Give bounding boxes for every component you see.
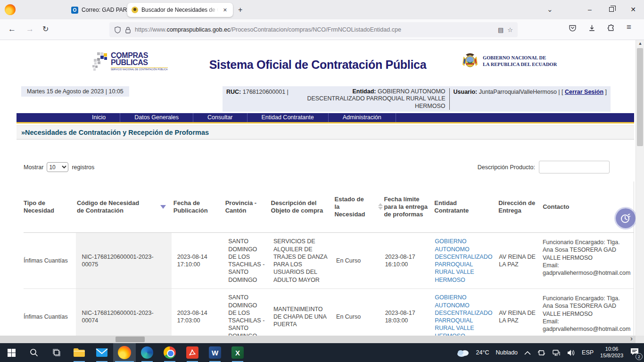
horizontal-scrollbar[interactable]: › (0, 336, 636, 343)
col-fecha-publicacion[interactable]: Fecha de Publicación (173, 199, 225, 215)
records-label: registros (72, 164, 94, 171)
nav-item-datos-generales[interactable]: Datos Generales (120, 113, 193, 122)
reader-view-icon[interactable]: ▤ (498, 26, 504, 33)
firefox-icon (118, 346, 131, 359)
chrome-button[interactable] (158, 343, 181, 362)
window-minimize-button[interactable]: – (579, 0, 601, 19)
records-per-page-select[interactable]: 10 (47, 162, 68, 172)
mail-button[interactable] (91, 343, 113, 362)
url-bar[interactable]: https://www.compraspublicas.gob.ec/Proce… (109, 22, 518, 37)
product-filter-label: Descripción Producto: (446, 164, 535, 171)
col-provincia-canton[interactable]: Provincia - Cantón (225, 199, 271, 215)
word-icon: W (209, 346, 221, 359)
tablet-mode-icon[interactable] (537, 349, 545, 356)
windows-taskbar: W X 24°C Nublado ESP 10:06 15/8/2023 (0, 343, 644, 362)
scroll-up-icon[interactable]: ▲ (636, 41, 644, 46)
lock-icon[interactable] (125, 26, 131, 33)
entidad-contratante-link[interactable]: GOBIERNO AUTONOMO DESCENTRALIZADO PARROQ… (435, 238, 492, 284)
list-tabs-chevron-icon[interactable]: ⌄ (547, 5, 553, 14)
download-icon[interactable] (588, 24, 596, 32)
horizontal-scroll-thumb[interactable] (116, 337, 145, 342)
weather-condition[interactable]: Nublado (495, 349, 518, 356)
browser-toolbar: ← → ↻ https://www.compraspublicas.gob.ec… (0, 19, 644, 40)
tab-buscador-active[interactable]: Buscador de Necesidades de Co ✕ (127, 3, 233, 17)
col-descripcion-objeto[interactable]: Descripción del Objeto de compra (271, 199, 335, 215)
firefox-taskbar-button[interactable] (113, 343, 136, 362)
notification-center-button[interactable]: 2 (630, 347, 639, 358)
weather-temp[interactable]: 24°C (476, 349, 489, 356)
col-tipo-necesidad[interactable]: Tipo de Necesidad (24, 199, 77, 215)
volume-icon[interactable] (567, 349, 575, 356)
forward-button[interactable]: → (26, 25, 34, 34)
edge-button[interactable] (136, 343, 158, 362)
nav-item-administracion[interactable]: Administración (329, 113, 396, 122)
mail-icon (96, 348, 108, 357)
usuario-value: Usuario: JuntaParroquialValleHermoso | [… (454, 88, 607, 110)
page-main-title: Sistema Oficial de Contratación Pública (156, 58, 480, 72)
sort-both-icon (378, 203, 383, 210)
start-button[interactable] (0, 343, 23, 362)
scroll-right-icon[interactable]: › (630, 334, 633, 342)
col-fecha-limite[interactable]: Fecha límite para la entrega de proforma… (384, 196, 434, 219)
shield-icon[interactable] (114, 26, 121, 33)
task-view-button[interactable] (45, 343, 68, 362)
sort-desc-icon (160, 205, 166, 209)
datetime-box: Martes 15 de Agosto de 2023 | 10:05 (21, 86, 129, 97)
vertical-scrollbar[interactable]: ▲ (636, 40, 644, 336)
pixel-squares-icon (92, 52, 108, 72)
search-icon (30, 348, 38, 357)
acrobat-button[interactable] (181, 343, 204, 362)
nav-item-consultar[interactable]: Consultar (193, 113, 248, 122)
col-entidad-contratante[interactable]: Entidad Contratante (434, 199, 498, 215)
section-title: »Necesidades de Contratación y Recepción… (21, 129, 209, 136)
col-direccion-entrega[interactable]: Dirección de Entrega (498, 199, 543, 215)
pocket-icon[interactable] (569, 24, 577, 32)
tray-expand-chevron-icon[interactable] (524, 351, 531, 355)
section-title-bar: »Necesidades de Contratación y Recepción… (17, 125, 634, 140)
windows-logo-icon (8, 349, 16, 357)
acrobat-icon (186, 346, 198, 359)
language-indicator[interactable]: ESP (582, 349, 594, 356)
bookmark-star-icon[interactable]: ☆ (507, 26, 513, 33)
floating-timer-widget[interactable] (616, 208, 636, 228)
col-codigo[interactable]: Código de Necesidad de Contratación (77, 199, 173, 215)
menu-hamburger-icon[interactable]: ≡ (627, 23, 631, 32)
needs-table: Tipo de Necesidad Código de Necesidad de… (24, 181, 634, 336)
word-button[interactable]: W (204, 343, 226, 362)
logout-link[interactable]: Cerrar Sesión (565, 89, 603, 95)
table-row: Ínfimas Cuantías NIC-1768120600001-2023-… (24, 233, 634, 289)
excel-button[interactable]: X (226, 343, 249, 362)
firefox-icon (5, 4, 16, 15)
notification-count-badge: 2 (636, 353, 643, 360)
nav-item-entidad-contratante[interactable]: Entidad Contratante (248, 113, 329, 122)
edge-icon (141, 346, 153, 359)
divider (449, 88, 450, 110)
system-tray: 24°C Nublado ESP 10:06 15/8/2023 2 (456, 343, 644, 362)
session-info-bar: RUC: 1768120600001 | Entidad: GOBIERNO A… (223, 86, 611, 112)
back-button[interactable]: ← (8, 25, 16, 34)
clock[interactable]: 10:06 15/8/2023 (600, 346, 623, 359)
government-logo: GOBIERNO NACIONAL DE LA REPUBLICA DEL EC… (461, 52, 557, 71)
table-header-row: Tipo de Necesidad Código de Necesidad de… (24, 181, 634, 233)
page-content: COMPRAS PÚBLICAS SERVICIO NACIONAL DE CO… (0, 40, 636, 336)
entidad-contratante-link[interactable]: GOBIERNO AUTONOMO DESCENTRALIZADO PARROQ… (435, 294, 492, 336)
extensions-puzzle-icon[interactable] (607, 24, 615, 32)
scrollbar-corner (636, 336, 644, 343)
tab-close-icon[interactable]: ✕ (222, 7, 229, 14)
file-explorer-button[interactable] (68, 343, 91, 362)
nav-item-inicio[interactable]: Inicio (78, 113, 120, 122)
window-close-button[interactable]: ✕ (622, 0, 644, 19)
show-label: Mostrar (24, 164, 43, 171)
taskbar-search-button[interactable] (23, 343, 45, 362)
ruc-value: RUC: 1768120600001 | (226, 88, 289, 110)
reload-button[interactable]: ↻ (42, 25, 49, 33)
vertical-scroll-thumb[interactable] (637, 48, 643, 146)
url-text: https://www.compraspublicas.gob.ec/Proce… (135, 26, 494, 33)
new-tab-button[interactable]: + (238, 6, 242, 14)
network-icon[interactable] (552, 349, 560, 356)
col-estado-necesidad[interactable]: Estado de la Necesidad (334, 196, 384, 219)
window-restore-button[interactable] (601, 0, 622, 19)
product-description-input[interactable] (539, 161, 610, 173)
ecuador-emblem-icon (132, 7, 138, 13)
chrome-icon (164, 346, 176, 359)
